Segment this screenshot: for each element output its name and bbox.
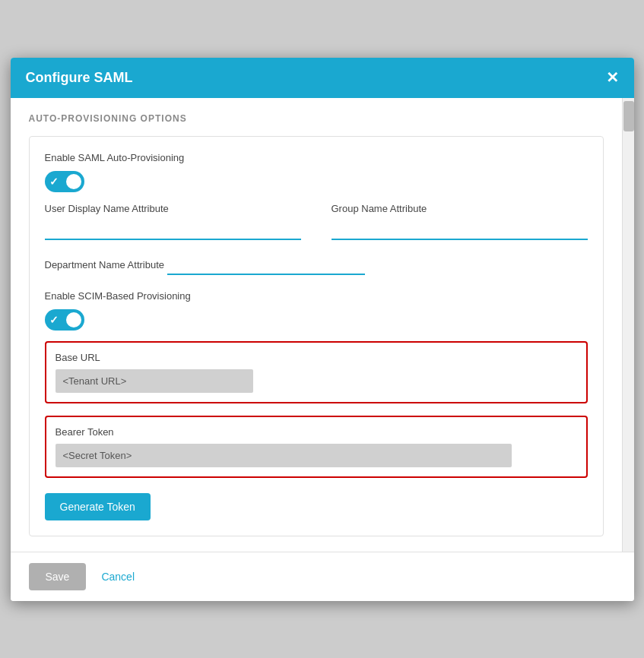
toggle-bg: ✓ [45, 171, 84, 192]
scim-toggle-bg: ✓ [45, 309, 84, 331]
enable-saml-label: Enable SAML Auto-Provisioning [45, 152, 588, 163]
base-url-box: Base URL [45, 341, 588, 403]
enable-scim-toggle[interactable]: ✓ [45, 309, 84, 331]
group-name-group: Group Name Attribute [332, 203, 588, 240]
user-group-row: User Display Name Attribute Group Name A… [45, 203, 588, 240]
group-name-label: Group Name Attribute [332, 203, 588, 214]
modal-header: Configure SAML ✕ [11, 58, 634, 98]
group-name-input[interactable] [332, 220, 588, 240]
base-url-label: Base URL [56, 352, 577, 363]
close-button[interactable]: ✕ [606, 70, 619, 85]
department-name-label: Department Name Attribute [45, 259, 165, 270]
cancel-button[interactable]: Cancel [101, 571, 135, 583]
user-display-name-group: User Display Name Attribute [45, 203, 301, 240]
department-name-group: Department Name Attribute [45, 255, 588, 275]
toggle-check-icon: ✓ [49, 176, 59, 188]
bearer-token-input[interactable] [56, 444, 512, 467]
enable-scim-label: Enable SCIM-Based Provisioning [45, 290, 588, 302]
save-button[interactable]: Save [29, 563, 87, 590]
user-display-name-label: User Display Name Attribute [45, 203, 301, 214]
modal-footer: Save Cancel [11, 552, 634, 601]
scrollbar-track[interactable] [622, 98, 634, 552]
generate-token-button[interactable]: Generate Token [45, 493, 151, 520]
modal-title: Configure SAML [26, 70, 133, 86]
enable-saml-section: Enable SAML Auto-Provisioning ✓ [45, 152, 588, 195]
toggle-knob [66, 174, 81, 189]
bearer-token-label: Bearer Token [56, 426, 577, 438]
bearer-token-box: Bearer Token [45, 416, 588, 478]
enable-scim-section: Enable SCIM-Based Provisioning ✓ [45, 290, 588, 334]
auto-provisioning-card: Enable SAML Auto-Provisioning ✓ [29, 136, 604, 536]
section-title: AUTO-PROVISIONING OPTIONS [29, 113, 604, 124]
user-display-name-input[interactable] [45, 220, 301, 240]
modal-body: AUTO-PROVISIONING OPTIONS Enable SAML Au… [11, 98, 634, 552]
scim-toggle-knob [66, 312, 81, 327]
scim-toggle-check-icon: ✓ [49, 314, 59, 326]
base-url-input[interactable] [56, 369, 253, 393]
configure-saml-modal: Configure SAML ✕ AUTO-PROVISIONING OPTIO… [11, 58, 634, 601]
department-name-input[interactable] [167, 255, 365, 275]
enable-saml-toggle[interactable]: ✓ [45, 171, 84, 192]
scrollbar-thumb[interactable] [623, 101, 634, 131]
